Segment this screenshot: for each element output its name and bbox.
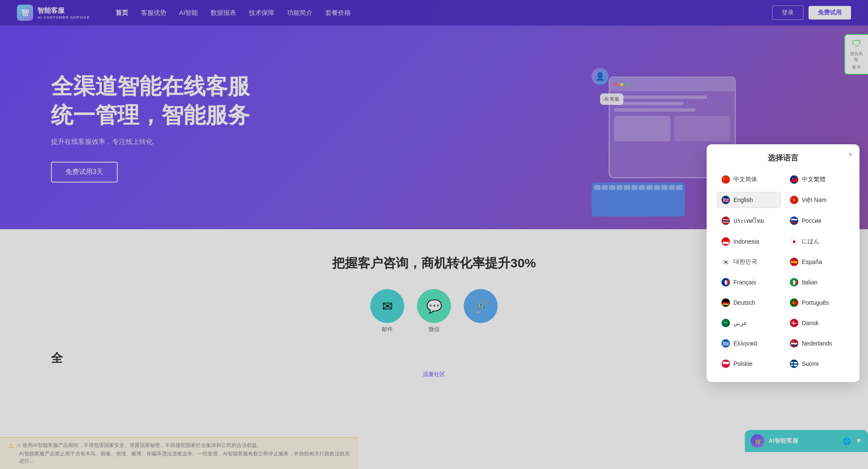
lang-modal: 选择语言 × 🇨🇳 中文简体 🇹🇼 中文繁體 🇬🇧 English 🇻🇳 Việ… (707, 144, 860, 382)
lang-item-gr[interactable]: 🇬🇷 Ελληνικά (717, 335, 781, 351)
lang-label-pt: Português (802, 299, 829, 306)
lang-label-fr: Français (733, 279, 756, 286)
flag-es: 🇪🇸 (790, 258, 798, 266)
lang-label-ru: Россия (802, 217, 821, 224)
lang-label-fi: Suomi (802, 360, 819, 367)
flag-kr: 🇰🇷 (721, 258, 730, 266)
flag-pl: 🇵🇱 (721, 359, 730, 368)
flag-dk: 🇩🇰 (790, 319, 798, 327)
flag-id: 🇮🇩 (721, 237, 730, 246)
lang-label-nl: Nederlands (802, 340, 832, 347)
lang-item-en[interactable]: 🇬🇧 English (717, 192, 781, 208)
lang-close-button[interactable]: × (848, 150, 853, 159)
lang-label-kr: 대한민국 (733, 258, 757, 266)
lang-item-es[interactable]: 🇪🇸 España (785, 254, 849, 270)
lang-label-en: English (733, 197, 753, 203)
lang-label-id: Indonesia (733, 238, 759, 245)
lang-label-gr: Ελληνικά (733, 340, 757, 347)
flag-cn: 🇨🇳 (721, 175, 730, 184)
lang-item-dk[interactable]: 🇩🇰 Dansk (785, 315, 849, 331)
flag-it: 🇮🇹 (790, 278, 798, 286)
lang-label-es: España (802, 258, 822, 265)
lang-label-zh-tw: 中文繁體 (802, 176, 826, 183)
lang-item-th[interactable]: 🇹🇭 ประเทศไทย (717, 212, 781, 229)
flag-ru: 🇷🇺 (790, 216, 798, 225)
lang-item-fi[interactable]: 🇫🇮 Suomi (785, 356, 849, 372)
lang-item-jp[interactable]: 🇯🇵 にほん (785, 233, 849, 250)
flag-tw: 🇹🇼 (790, 175, 798, 184)
flag-gr: 🇬🇷 (721, 339, 730, 348)
flag-th: 🇹🇭 (721, 216, 730, 225)
lang-item-it[interactable]: 🇮🇹 Italian (785, 274, 849, 290)
lang-label-ar: عربي (733, 320, 747, 326)
lang-item-pl[interactable]: 🇵🇱 Polskie (717, 356, 781, 372)
lang-modal-title: 选择语言 (717, 153, 849, 163)
flag-jp: 🇯🇵 (790, 237, 798, 246)
flag-nl: 🇳🇱 (790, 339, 798, 348)
lang-label-it: Italian (802, 279, 817, 286)
lang-label-jp: にほん (802, 238, 820, 245)
flag-vn: 🇻🇳 (790, 196, 798, 204)
lang-item-zh-cn[interactable]: 🇨🇳 中文简体 (717, 171, 781, 188)
flag-pt: 🇵🇹 (790, 298, 798, 307)
flag-uk: 🇬🇧 (721, 196, 730, 204)
lang-label-dk: Dansk (802, 320, 819, 326)
flag-de: 🇩🇪 (721, 298, 730, 307)
lang-item-pt[interactable]: 🇵🇹 Português (785, 295, 849, 311)
lang-label-de: Deutsch (733, 299, 755, 306)
lang-item-vn[interactable]: 🇻🇳 Việt Nam (785, 192, 849, 208)
lang-item-fr[interactable]: 🇫🇷 Français (717, 274, 781, 290)
lang-label-pl: Polskie (733, 360, 752, 367)
lang-item-ar[interactable]: 🇸🇦 عربي (717, 315, 781, 331)
flag-ar: 🇸🇦 (721, 319, 730, 327)
lang-label-vn: Việt Nam (802, 197, 827, 203)
lang-label-zh-cn: 中文简体 (733, 176, 757, 183)
lang-grid: 🇨🇳 中文简体 🇹🇼 中文繁體 🇬🇧 English 🇻🇳 Việt Nam 🇹… (717, 171, 849, 372)
lang-item-ru[interactable]: 🇷🇺 Россия (785, 212, 849, 229)
lang-modal-overlay: 选择语言 × 🇨🇳 中文简体 🇹🇼 中文繁體 🇬🇧 English 🇻🇳 Việ… (0, 0, 868, 387)
flag-fi: 🇫🇮 (790, 359, 798, 368)
lang-item-kr[interactable]: 🇰🇷 대한민국 (717, 254, 781, 270)
lang-item-id[interactable]: 🇮🇩 Indonesia (717, 233, 781, 250)
lang-item-zh-tw[interactable]: 🇹🇼 中文繁體 (785, 171, 849, 188)
lang-item-nl[interactable]: 🇳🇱 Nederlands (785, 335, 849, 351)
lang-label-th: ประเทศไทย (733, 216, 764, 225)
flag-fr: 🇫🇷 (721, 278, 730, 286)
lang-item-de[interactable]: 🇩🇪 Deutsch (717, 295, 781, 311)
